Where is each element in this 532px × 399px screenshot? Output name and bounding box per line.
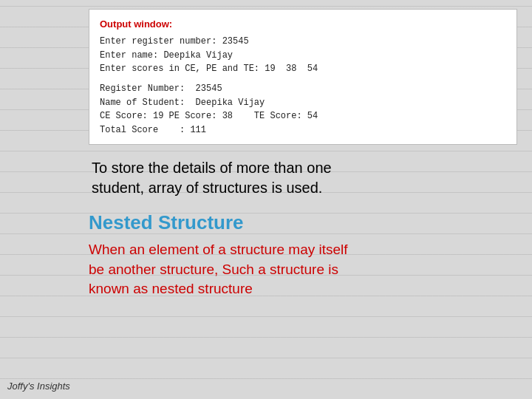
array-structures-text: To store the details of more than one st… <box>89 158 517 198</box>
output-title: Output window: <box>100 17 506 32</box>
output-window: Output window: Enter register number: 23… <box>89 9 517 145</box>
output-line-6: CE Score: 19 PE Score: 38 TE Score: 54 <box>100 109 506 123</box>
output-line-4: Register Number: 23545 <box>100 82 506 96</box>
footer-label: Joffy's Insights <box>7 381 70 392</box>
output-line-3: Enter scores in CE, PE and TE: 19 38 54 <box>100 62 506 76</box>
nested-structure-description: When an element of a structure may itsel… <box>89 240 517 299</box>
output-line-1: Enter register number: 23545 <box>100 35 506 49</box>
nested-structure-heading: Nested Structure <box>89 211 517 234</box>
output-line-2: Enter name: Deepika Vijay <box>100 49 506 63</box>
output-line-5: Name of Student: Deepika Vijay <box>100 96 506 110</box>
output-line-7: Total Score : 111 <box>100 123 506 137</box>
